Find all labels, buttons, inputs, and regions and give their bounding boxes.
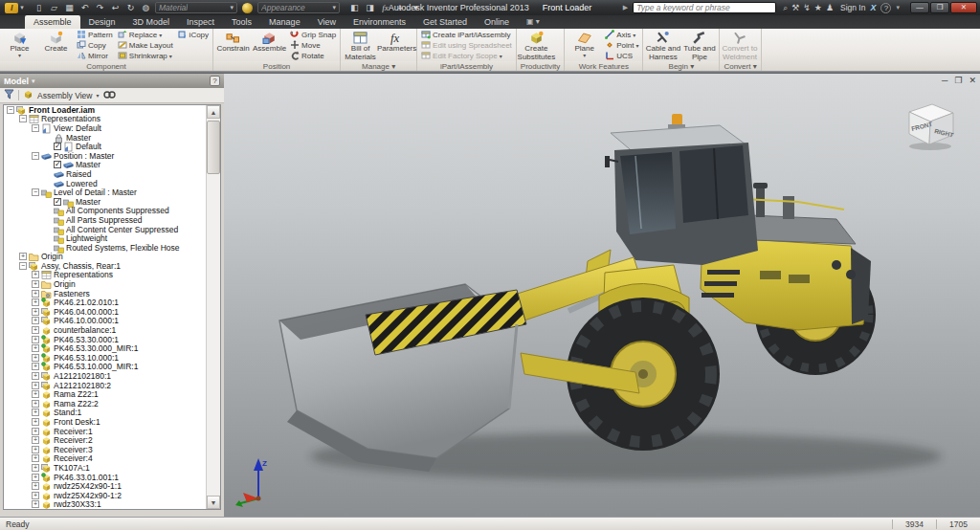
expand-icon[interactable]: + [32,400,39,408]
tree-item[interactable]: +Receiver:4 [4,454,206,464]
tab-online[interactable]: Online [476,15,518,29]
tab-inspect[interactable]: Inspect [178,15,223,29]
tree-item[interactable]: All Content Center Suppressed [4,225,206,234]
open-icon[interactable]: ▱ [48,2,60,13]
scrollbar-thumb[interactable] [207,121,220,174]
mirror-button[interactable]: Mirror [75,51,115,61]
expand-icon[interactable]: + [32,409,39,416]
shrinkwrap-button[interactable]: Shrinkwrap▾ [116,51,175,61]
expand-icon[interactable]: + [19,253,27,260]
create-button[interactable]: Create [38,30,74,61]
tree-item[interactable]: +Representations [4,271,206,280]
expand-icon[interactable]: + [32,354,39,362]
checked-checkbox[interactable] [54,161,61,168]
collapse-arrow-icon[interactable]: ▶ [623,4,628,11]
view-mode-dropdown[interactable]: Assembly View [37,91,92,100]
doc-close-button[interactable]: ✕ [969,76,976,85]
wrench-icon[interactable]: ⚒ [791,3,799,12]
visual-fx-icon[interactable]: fx [379,2,391,13]
point-button[interactable]: Point▾ [603,40,640,51]
chevron-down-icon[interactable]: ▾ [96,92,99,99]
create-ipart-iassembly-button[interactable]: Create iPart/iAssembly [419,30,514,40]
pattern-button[interactable]: Pattern [75,30,115,40]
create-substitutes-button[interactable]: Create Substitutes [519,30,554,61]
tree-item[interactable]: Master [4,161,206,170]
expand-icon[interactable]: + [32,492,39,499]
expand-icon[interactable]: + [32,464,39,472]
expand-icon[interactable]: + [32,336,39,343]
tree-item[interactable]: Lightweight [4,233,206,243]
tree-item[interactable]: +Receiver:3 [4,445,206,454]
grip-snap-button[interactable]: Grip Snap [288,30,338,40]
tree-item[interactable]: +Origin [4,279,206,289]
browser-help-button[interactable]: ? [210,76,220,86]
expand-icon[interactable]: + [32,271,39,278]
tab-design[interactable]: Design [80,15,124,29]
replace-button[interactable]: Replace▾ [116,30,175,40]
add-item-icon[interactable]: ＋ [394,2,407,13]
tree-item[interactable]: +rwdz30X33:1 [4,500,206,509]
chevron-down-icon[interactable]: ▾ [896,4,900,11]
tree-item[interactable]: +Front Desk:1 [4,417,206,427]
browser-header[interactable]: Model ▾ ? [0,74,224,88]
bill-of-materials-button[interactable]: Bill of Materials [343,30,378,61]
expand-icon[interactable]: + [32,500,39,508]
sign-in-button[interactable]: Sign In [840,3,865,12]
tree-item[interactable]: Lowered [4,179,206,188]
tree-item[interactable]: −Front Loader.iam [4,105,206,115]
tree-item[interactable]: +Rama Z22:2 [4,399,206,409]
expand-icon[interactable]: + [32,436,39,444]
tree-item[interactable]: +Stand:1 [4,409,206,418]
expand-icon[interactable]: + [32,363,39,370]
tree-item[interactable]: Master [4,133,206,143]
tree-item[interactable]: Master [4,197,206,207]
tree-item[interactable]: −Position : Master [4,151,206,161]
tree-item[interactable]: +Rama Z22:1 [4,389,206,399]
doc-minimize-button[interactable]: ─ [942,76,947,85]
tree-item[interactable]: +PK46.10.00.000:1 [4,317,206,326]
expand-icon[interactable]: + [32,290,39,298]
expand-icon[interactable]: + [32,326,39,334]
menu-down-icon[interactable]: ▾ [410,2,422,13]
constrain-button[interactable]: Constrain [215,30,251,61]
expand-icon[interactable]: + [32,308,39,316]
tree-item[interactable]: +Fasteners [4,289,206,298]
rotate-button[interactable]: Rotate [288,51,338,61]
tree-item[interactable]: Raised [4,169,206,179]
help-globe-icon[interactable]: ◍ [140,2,152,13]
save-icon[interactable]: ▦ [63,2,76,13]
expand-icon[interactable]: + [32,372,39,380]
collapse-icon[interactable]: − [32,188,39,196]
collapse-icon[interactable]: − [32,124,39,132]
cable-and-harness-button[interactable]: Cable and Harness [645,30,680,61]
collapse-icon[interactable]: − [19,115,27,122]
expand-icon[interactable]: + [32,428,39,435]
adjust-icon[interactable]: ◧ [348,2,361,13]
record-menu-icon[interactable]: ▣ ▾ [518,15,548,29]
3d-viewport[interactable]: ─ ❐ ✕ FRONT RIGHT Z [224,74,980,517]
appearance-combo[interactable]: Appearance ▾ [257,2,340,13]
return-icon[interactable]: ↩ [109,2,122,13]
tube-and-pipe-button[interactable]: Tube and Pipe [681,30,717,61]
tree-item[interactable]: −View: Default [4,123,206,133]
expand-icon[interactable]: + [32,418,39,426]
collapse-icon[interactable]: − [7,106,14,114]
tree-item[interactable]: +Receiver:1 [4,427,206,436]
tab-manage[interactable]: Manage [260,15,309,29]
tree-item[interactable]: −Assy, Chassis, Rear:1 [4,261,206,271]
tree-item[interactable]: +PK46.21.02.010:1 [4,298,206,307]
filter-funnel-icon[interactable] [4,89,14,101]
collapse-icon[interactable]: − [19,262,27,270]
view-cube[interactable]: FRONT RIGHT [898,99,959,152]
tree-item[interactable]: +Origin [4,253,206,262]
tree-scrollbar[interactable]: ▲ ▼ [206,105,220,509]
tab-assemble[interactable]: Assemble [25,15,80,29]
expand-icon[interactable]: + [32,344,39,352]
tree-item[interactable]: +rwdz25X42x90-1:2 [4,491,206,500]
tree-item[interactable]: +PK46.53.30.000_MIR:1 [4,343,206,353]
expand-icon[interactable]: + [32,454,39,462]
assemble-button[interactable]: Assemble [252,30,287,61]
restore-button[interactable]: ❐ [930,2,949,13]
minimize-button[interactable]: — [910,2,929,13]
parameters-button[interactable]: fxParameters [379,30,414,61]
